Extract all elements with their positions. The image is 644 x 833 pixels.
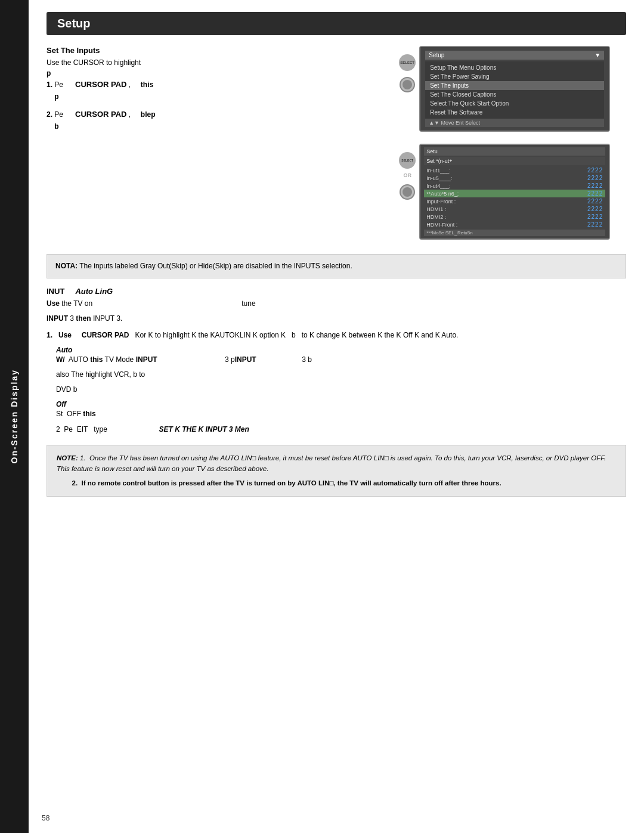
screen2-subtitle: Set *(n-ut+ xyxy=(426,158,452,164)
screen2-header: Setu xyxy=(424,147,605,156)
inut-step1: 1. Use CURSOR PAD Kor K to highlight K t… xyxy=(47,330,626,341)
menu-item-6: Reset The Software xyxy=(425,108,604,117)
screen2-row-label-3: In-ut4⎯⎯⎯: xyxy=(426,183,451,189)
nota-box: NOTA: The inputs labeled Gray Out(Skip) … xyxy=(47,254,626,278)
menu-item-3: Set The Inputs xyxy=(425,81,604,90)
screen2-row-4: **Auto*5 n6⎯: 2222 xyxy=(424,190,605,197)
step1-prefix: Pe xyxy=(54,80,63,89)
screen1-menu-list: Setup The Menu Options Set The Power Sav… xyxy=(425,61,604,119)
select-button2[interactable]: SELECT xyxy=(399,152,416,169)
screen2-row-8: HDMI-Front : 2222 xyxy=(424,221,605,228)
step1-cursor: CURSOR PAD xyxy=(75,80,126,89)
inut-label: INUT xyxy=(47,287,64,296)
off-text: St OFF this xyxy=(56,408,626,420)
auto-text2: also The highlight VCR, b to xyxy=(56,369,626,380)
inut-heading: INUT Auto LinG xyxy=(47,287,626,296)
note-item-1: NOTE: 1. Once the TV has been turned on … xyxy=(57,453,616,475)
step2-suffix: blep xyxy=(141,110,156,119)
note-item-2: 2. If no remote control button is presse… xyxy=(57,478,616,488)
screen2-container: SELECT OR Setu Set *(n-ut+ xyxy=(399,144,626,240)
screen2-row-3: In-ut4⎯⎯⎯: 2222 xyxy=(424,182,605,190)
step1-sep: , xyxy=(129,80,131,89)
screen2-row-label-8: HDMI-Front : xyxy=(426,222,457,228)
screen2-row-label-6: HDMI1 : xyxy=(426,206,446,212)
screen2-row-5: Input-Front : 2222 xyxy=(424,197,605,205)
menu-item-4: Set The Closed Captions xyxy=(425,90,604,99)
screen1-mockup: Setup ▼ Setup The Menu Options Set The P… xyxy=(419,46,610,132)
nota-label: NOTA: xyxy=(55,262,78,270)
screen2-row-icons-8: 2222 xyxy=(587,221,603,228)
select-button[interactable]: SELECT xyxy=(399,54,416,71)
circle-button2[interactable] xyxy=(400,184,415,200)
page-title: Setup xyxy=(47,12,626,35)
step2-cursor: CURSOR PAD xyxy=(75,110,126,119)
auto-text1: W/ AUTO this TV Mode INPUT 3 pINPUT 3 b xyxy=(56,354,626,366)
step2-block: 2. Pe CURSOR PAD , blep b xyxy=(47,109,387,132)
arrow-line: p xyxy=(47,68,387,79)
screen1-footer: ▲▼ Move Ent Select xyxy=(425,119,604,127)
screen2-title: Setu xyxy=(426,148,438,154)
screen2-row-icons-7: 2222 xyxy=(587,213,603,220)
step2-num: 2. xyxy=(47,110,52,119)
screen2-row-icons-3: 2222 xyxy=(587,182,603,189)
inut-subheading: Auto LinG xyxy=(75,287,113,296)
screen2-row-icons-2: 2222 xyxy=(587,175,603,181)
screen2-row-label-7: HDMI2 : xyxy=(426,214,446,220)
note-box: NOTE: 1. Once the TV has been turned on … xyxy=(47,445,626,497)
menu-item-2: Set The Power Saving xyxy=(425,72,604,81)
screen2-inner: Setu Set *(n-ut+ In-ut1⎯⎯⎯: 2222 In-u5⎯⎯… xyxy=(420,145,609,239)
screen2-row-label-1: In-ut1⎯⎯⎯: xyxy=(426,168,451,174)
screen2-row-icons-6: 2222 xyxy=(587,206,603,212)
set-inputs-heading: Set The Inputs xyxy=(47,46,387,55)
screen2-row-6: HDMI1 : 2222 xyxy=(424,205,605,213)
off-step2: 2 Pe EIT type SET K THE K INPUT 3 Men xyxy=(56,424,626,435)
step2-sep: , xyxy=(129,110,131,119)
step1-block: 1. Pe CURSOR PAD , this p xyxy=(47,79,387,103)
screen2-row-label-5: Input-Front : xyxy=(426,199,456,205)
screen1-title: Setup xyxy=(429,52,444,58)
nota-text: The inputs labeled Gray Out(Skip) or Hid… xyxy=(79,262,352,270)
sidebar: On-Screen Display xyxy=(0,0,29,833)
off-sub: Off St OFF this 2 Pe EIT type SET K THE … xyxy=(56,400,626,435)
circle-inner xyxy=(402,80,412,89)
screen1-inner: Setup ▼ Setup The Menu Options Set The P… xyxy=(420,47,609,131)
screen2-row-1: In-ut1⎯⎯⎯: 2222 xyxy=(424,166,605,174)
screen2-subheader: Set *(n-ut+ xyxy=(424,157,605,165)
screen1-container: SELECT Setup ▼ Set xyxy=(399,46,626,132)
screen2-footer: ***Mo5e SEL⎯Retu5n xyxy=(424,230,605,236)
screen2-row-icons-5: 2222 xyxy=(587,198,603,205)
inut-section: INUT Auto LinG Use the TV on tune INPUT … xyxy=(47,287,626,435)
top-section: Set The Inputs Use the CURSOR to highlig… xyxy=(47,46,626,246)
auto-heading: Auto xyxy=(56,346,626,354)
page-number: 58 xyxy=(42,814,49,822)
sidebar-label: On-Screen Display xyxy=(10,369,19,464)
step2-line2: b xyxy=(47,122,59,131)
main-content: Setup Set The Inputs Use the CURSOR to h… xyxy=(29,0,644,833)
auto-text3: DVD b xyxy=(56,384,626,395)
sub-heading-line: Use the CURSOR to highlight xyxy=(47,57,387,68)
menu-item-1: Setup The Menu Options xyxy=(425,63,604,72)
step1-num: 1. xyxy=(47,80,52,89)
button-col2: SELECT OR xyxy=(399,146,416,200)
step1-suffix: this xyxy=(141,80,153,89)
inut-body1: Use the TV on tune xyxy=(47,298,626,309)
menu-item-5: Select The Quick Start Option xyxy=(425,99,604,108)
screen2-row-label-2: In-u5⎯⎯⎯⎯: xyxy=(426,175,452,181)
circle-inner2 xyxy=(402,187,412,197)
circle-button[interactable] xyxy=(400,77,415,92)
instructions-col: Set The Inputs Use the CURSOR to highlig… xyxy=(47,46,387,246)
select-label: SELECT xyxy=(400,61,414,64)
screen2-row-icons-1: 2222 xyxy=(587,167,603,174)
screen2-mockup: Setu Set *(n-ut+ In-ut1⎯⎯⎯: 2222 In-u5⎯⎯… xyxy=(419,144,610,240)
button-col: SELECT xyxy=(399,48,416,92)
step1-line2: p xyxy=(47,92,59,101)
screen2-row-2: In-u5⎯⎯⎯⎯: 2222 xyxy=(424,174,605,182)
off-heading: Off xyxy=(56,400,626,408)
screen1-arrow: ▼ xyxy=(595,52,600,58)
screen2-row-icons-4: 2222 xyxy=(587,190,603,197)
step2-prefix: Pe xyxy=(54,110,63,119)
or-label: OR xyxy=(403,172,411,178)
auto-sub: Auto W/ AUTO this TV Mode INPUT 3 pINPUT… xyxy=(56,346,626,396)
screen2-row-7: HDMI2 : 2222 xyxy=(424,213,605,221)
inut-body2: INPUT 3 then INPUT 3. xyxy=(47,313,626,324)
